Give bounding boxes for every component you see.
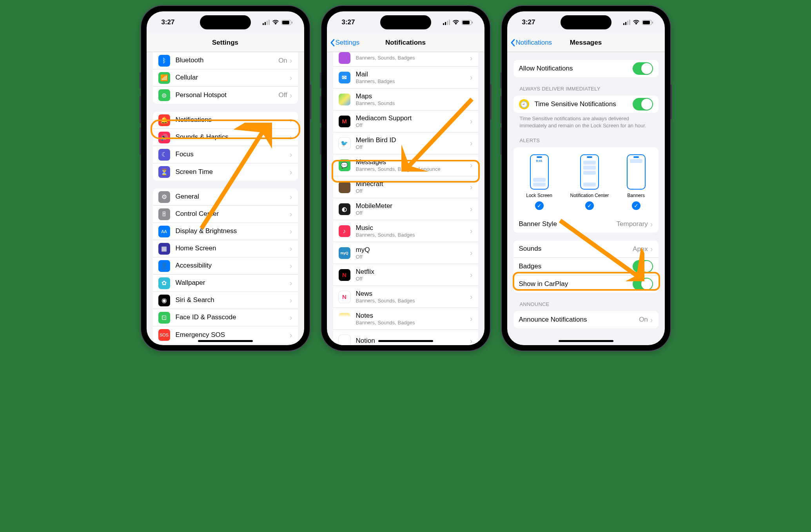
settings-row-home-screen[interactable]: ▦Home Screen› (153, 240, 298, 257)
home-indicator[interactable] (198, 340, 253, 342)
chevron-right-icon: › (290, 192, 292, 201)
app-row-app[interactable]: Banners, Sounds, Badges› (333, 52, 478, 67)
check-icon[interactable]: ✓ (632, 201, 640, 210)
settings-row-cellular[interactable]: 📶Cellular› (153, 69, 298, 87)
chevron-right-icon: › (290, 91, 292, 100)
back-button[interactable]: Notifications (510, 39, 552, 47)
app-icon (339, 313, 350, 325)
app-subtitle: Off (356, 144, 470, 150)
mute-switch (140, 72, 141, 88)
app-name: Netflix (356, 268, 470, 276)
vol-down-button (140, 127, 141, 155)
chevron-right-icon: › (290, 150, 292, 159)
alert-banners[interactable]: Banners ✓ (627, 154, 646, 210)
app-icon: 💬 (339, 159, 350, 171)
notifications-content[interactable]: Banners, Sounds, Badges›✉MailBanners, Ba… (327, 52, 484, 345)
app-icon (339, 52, 350, 64)
home-indicator[interactable] (378, 340, 433, 342)
label: Allow Notifications (519, 65, 633, 72)
settings-row-screen-time[interactable]: ⏳Screen Time› (153, 163, 298, 181)
battery-icon (281, 20, 292, 25)
back-button[interactable]: Settings (330, 39, 359, 47)
app-subtitle: Off (356, 188, 470, 194)
app-subtitle: Banners, Sounds, Badges (356, 298, 470, 304)
settings-content[interactable]: ᛒBluetoothOn›📶Cellular›⊚Personal Hotspot… (147, 52, 304, 345)
value: Temporary (617, 220, 648, 228)
row-banner-style[interactable]: Banner Style Temporary › (513, 215, 659, 233)
app-row-music[interactable]: ♪MusicBanners, Sounds, Badges› (333, 220, 478, 242)
chevron-right-icon: › (290, 279, 292, 288)
settings-row-notifications[interactable]: 🔔Notifications› (153, 112, 298, 129)
chevron-right-icon: › (470, 270, 473, 279)
settings-row-wallpaper[interactable]: ✿Wallpaper› (153, 275, 298, 292)
app-row-messages[interactable]: 💬MessagesBanners, Sounds, Badges, Announ… (333, 154, 478, 176)
app-row-myq[interactable]: myQmyQOff› (333, 242, 478, 264)
settings-row-personal-hotspot[interactable]: ⊚Personal HotspotOff› (153, 87, 298, 104)
settings-row-siri-search[interactable]: ◉Siri & Search› (153, 292, 298, 309)
app-row-news[interactable]: NNewsBanners, Sounds, Badges› (333, 286, 478, 308)
row-sounds[interactable]: Sounds Apex › (513, 241, 659, 258)
settings-row-display-brightness[interactable]: AADisplay & Brightness› (153, 223, 298, 240)
settings-row-bluetooth[interactable]: ᛒBluetoothOn› (153, 52, 298, 69)
settings-row-sounds-haptics[interactable]: 🔊Sounds & Haptics› (153, 129, 298, 146)
chevron-right-icon: › (470, 139, 473, 148)
messages-content[interactable]: Allow Notifications ALWAYS DELIVER IMMED… (507, 52, 665, 345)
settings-row-general[interactable]: ⚙General› (153, 188, 298, 206)
settings-row-focus[interactable]: ☾Focus› (153, 146, 298, 163)
settings-row-face-id-passcode[interactable]: ⊡Face ID & Passcode› (153, 309, 298, 326)
check-icon[interactable]: ✓ (535, 201, 544, 210)
side-button (310, 84, 311, 119)
status-time: 3:27 (161, 18, 175, 26)
settings-row-accessibility[interactable]: 👤Accessibility› (153, 257, 298, 275)
settings-row-control-center[interactable]: 🎚Control Center› (153, 206, 298, 223)
clock-icon: 🕘 (519, 99, 529, 109)
row-announce[interactable]: Announce Notifications On › (513, 311, 659, 328)
svg-rect-6 (472, 22, 473, 24)
app-row-mediacom-support[interactable]: MMediacom SupportOff› (333, 110, 478, 132)
app-row-minecraft[interactable]: MinecraftOff› (333, 176, 478, 198)
dynamic-island (380, 15, 431, 29)
cellular-icon: 📶 (158, 72, 170, 84)
check-icon[interactable]: ✓ (585, 201, 594, 210)
toggle-allow-notifications[interactable] (633, 62, 653, 75)
row-carplay[interactable]: Show in CarPlay (513, 275, 659, 293)
row-label: General (176, 193, 290, 201)
row-badges[interactable]: Badges (513, 258, 659, 275)
row-allow-notifications[interactable]: Allow Notifications (513, 60, 659, 77)
label: Announce Notifications (519, 316, 639, 324)
toggle-time-sensitive[interactable] (633, 98, 653, 110)
chevron-right-icon: › (290, 56, 292, 65)
row-value: On (278, 57, 287, 65)
home-indicator[interactable] (559, 340, 613, 342)
chevron-right-icon: › (470, 117, 473, 126)
grid-icon: ▦ (158, 243, 170, 255)
dynamic-island (200, 15, 251, 29)
row-time-sensitive[interactable]: 🕘 Time Sensitive Notifications (513, 96, 659, 113)
app-row-notion[interactable]: NNotion› (333, 330, 478, 345)
app-row-netflix[interactable]: NNetflixOff› (333, 264, 478, 286)
section-header: ANNOUNCE (520, 301, 652, 307)
app-row-merlin-bird-id[interactable]: 🐦Merlin Bird IDOff› (333, 132, 478, 154)
sos-icon: SOS (158, 329, 170, 341)
alert-notification-center[interactable]: Notification Center ✓ (570, 154, 609, 210)
toggle-carplay[interactable] (633, 278, 653, 290)
app-name: Minecraft (356, 180, 470, 188)
chevron-right-icon: › (290, 168, 292, 177)
nav-bar: Settings (147, 33, 304, 52)
app-row-notes[interactable]: NotesBanners, Sounds, Badges› (333, 308, 478, 330)
app-icon (339, 181, 350, 193)
alert-lock-screen[interactable]: 9:41 Lock Screen ✓ (526, 154, 552, 210)
chevron-right-icon: › (470, 54, 473, 63)
label: Badges (519, 262, 633, 270)
toggle-badges[interactable] (633, 260, 653, 273)
app-row-maps[interactable]: MapsBanners, Sounds› (333, 89, 478, 110)
row-label: Emergency SOS (176, 331, 290, 339)
app-icon: myQ (339, 247, 350, 259)
label: Show in CarPlay (519, 280, 633, 288)
app-row-mobilemeter[interactable]: ◐MobileMeterOff› (333, 198, 478, 220)
app-row-mail[interactable]: ✉MailBanners, Badges› (333, 67, 478, 89)
status-time: 3:27 (342, 18, 355, 26)
signal-icon (623, 20, 630, 25)
row-label: Home Screen (176, 244, 290, 252)
svg-rect-5 (463, 21, 470, 24)
